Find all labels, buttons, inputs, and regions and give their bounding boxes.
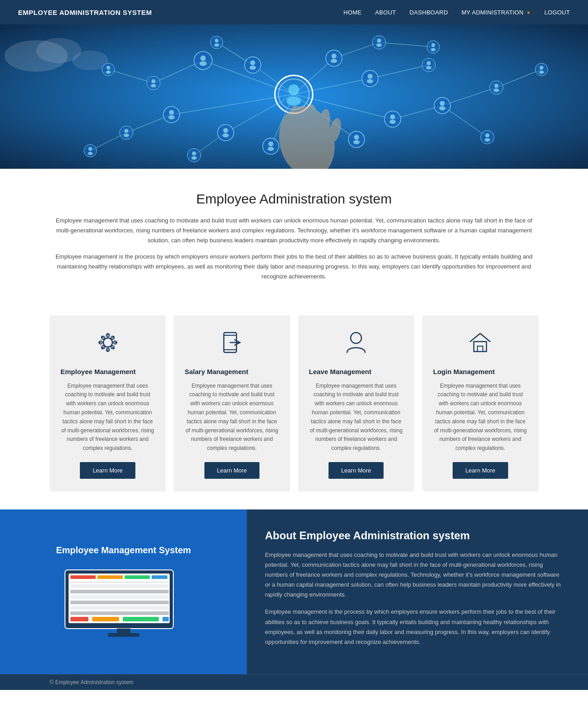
svg-point-67 [377, 39, 381, 43]
svg-point-52 [354, 135, 359, 140]
card-leave-management: Leave Management Employee management tha… [298, 315, 414, 491]
card-desc-1: Employee management that uses coaching t… [185, 382, 279, 453]
svg-point-35 [168, 116, 175, 120]
svg-rect-124 [70, 584, 169, 588]
about-bottom-left-title: Employee Management System [56, 545, 191, 555]
svg-point-77 [494, 88, 499, 92]
svg-rect-128 [70, 606, 169, 610]
svg-rect-116 [477, 346, 483, 352]
svg-point-61 [125, 129, 129, 133]
about-bottom-left: Employee Management System [0, 509, 247, 674]
navbar: EMPLOYEE ADMINISTRATION SYSTEM HOME ABOU… [0, 0, 588, 24]
card-employee-management: Employee Management Employee management … [50, 315, 166, 491]
svg-rect-125 [70, 590, 169, 593]
login-icon [218, 329, 245, 358]
svg-point-38 [222, 134, 229, 138]
nav-item-dashboard[interactable]: DASHBOARD [410, 8, 448, 16]
svg-point-64 [192, 152, 196, 156]
svg-rect-122 [152, 575, 167, 579]
nav-link-myadmin[interactable]: MY ADMINISTRATION ▼ [462, 9, 531, 16]
learn-more-button-1[interactable]: Learn More [204, 462, 259, 479]
svg-point-73 [440, 101, 445, 106]
svg-rect-132 [123, 617, 159, 621]
svg-rect-130 [70, 617, 88, 621]
svg-point-91 [106, 66, 110, 69]
svg-point-76 [495, 84, 499, 88]
card-login-management: Login Management Employee management tha… [422, 315, 538, 491]
svg-point-62 [124, 134, 129, 137]
svg-point-37 [223, 128, 228, 133]
nav-link-home[interactable]: HOME [343, 9, 361, 16]
svg-point-41 [250, 66, 256, 70]
svg-point-114 [351, 333, 361, 343]
gear-icon [94, 329, 121, 358]
about-bottom-right-title: About Employee Administration system [265, 529, 565, 542]
chevron-down-icon: ▼ [526, 10, 531, 15]
svg-rect-129 [70, 611, 169, 615]
svg-point-98 [305, 104, 318, 139]
svg-point-49 [390, 115, 395, 120]
svg-rect-127 [70, 601, 169, 604]
svg-point-53 [353, 140, 360, 144]
nav-item-myadmin[interactable]: MY ADMINISTRATION ▼ [462, 8, 531, 16]
svg-point-80 [539, 71, 544, 74]
nav-link-dashboard[interactable]: DASHBOARD [410, 9, 448, 16]
svg-point-89 [214, 44, 219, 47]
nav-item-logout[interactable]: LOGOUT [544, 8, 570, 16]
about-bottom-right: About Employee Administration system Emp… [247, 509, 588, 674]
svg-point-71 [426, 66, 431, 69]
svg-rect-134 [117, 629, 130, 633]
nav-item-home[interactable]: HOME [343, 8, 361, 16]
svg-point-95 [88, 152, 93, 155]
learn-more-button-3[interactable]: Learn More [453, 462, 508, 479]
about-bottom-right-p1: Employee management that uses coaching t… [265, 550, 565, 600]
about-bottom-right-p2: Employee management is the process by wh… [265, 607, 565, 647]
svg-rect-133 [162, 617, 169, 621]
card-desc-0: Employee management that uses coaching t… [60, 382, 155, 453]
svg-rect-123 [70, 582, 169, 583]
svg-point-85 [431, 43, 435, 47]
svg-rect-120 [97, 575, 123, 579]
footer-copyright: © Employee Administration system [50, 679, 538, 685]
learn-more-button-0[interactable]: Learn More [80, 462, 135, 479]
person-icon [343, 329, 370, 358]
svg-point-40 [250, 60, 255, 65]
svg-point-94 [88, 147, 92, 151]
nav-link-logout[interactable]: LOGOUT [544, 9, 570, 16]
card-desc-2: Employee management that uses coaching t… [309, 382, 403, 453]
nav-item-about[interactable]: ABOUT [375, 8, 396, 16]
svg-point-50 [389, 120, 396, 124]
intro-section: Employee Administration system Employee … [0, 169, 588, 306]
card-salary-management: Salary Management Employee management th… [174, 315, 290, 491]
svg-point-31 [200, 56, 206, 61]
svg-point-32 [199, 61, 207, 66]
hero-network [0, 24, 588, 169]
svg-point-74 [439, 106, 445, 111]
learn-more-button-2[interactable]: Learn More [329, 462, 384, 479]
svg-point-29 [287, 97, 301, 106]
svg-point-56 [268, 147, 274, 151]
cards-section: Employee Management Employee management … [0, 306, 588, 509]
navbar-brand: EMPLOYEE ADMINISTRATION SYSTEM [18, 9, 152, 16]
card-title-1: Salary Management [185, 368, 279, 375]
svg-point-65 [191, 156, 197, 160]
svg-point-59 [151, 84, 156, 88]
svg-point-34 [169, 110, 174, 115]
home-icon [467, 329, 494, 358]
card-title-2: Leave Management [309, 368, 403, 375]
svg-point-92 [106, 71, 111, 74]
svg-point-44 [331, 59, 337, 63]
svg-point-82 [486, 134, 490, 138]
intro-title: Employee Administration system [50, 191, 538, 207]
svg-point-46 [368, 74, 373, 79]
hero-section [0, 24, 588, 169]
navbar-nav: HOME ABOUT DASHBOARD MY ADMINISTRATION ▼… [343, 8, 570, 16]
card-desc-3: Employee management that uses coaching t… [433, 382, 528, 453]
intro-paragraph-2: Employee management is the process by wh… [50, 252, 538, 282]
nav-link-about[interactable]: ABOUT [375, 9, 396, 16]
svg-point-58 [152, 79, 156, 83]
about-bottom-section: Employee Management System [0, 509, 588, 674]
svg-point-86 [431, 48, 436, 51]
svg-point-83 [485, 138, 490, 142]
monitor-illustration [60, 566, 187, 639]
